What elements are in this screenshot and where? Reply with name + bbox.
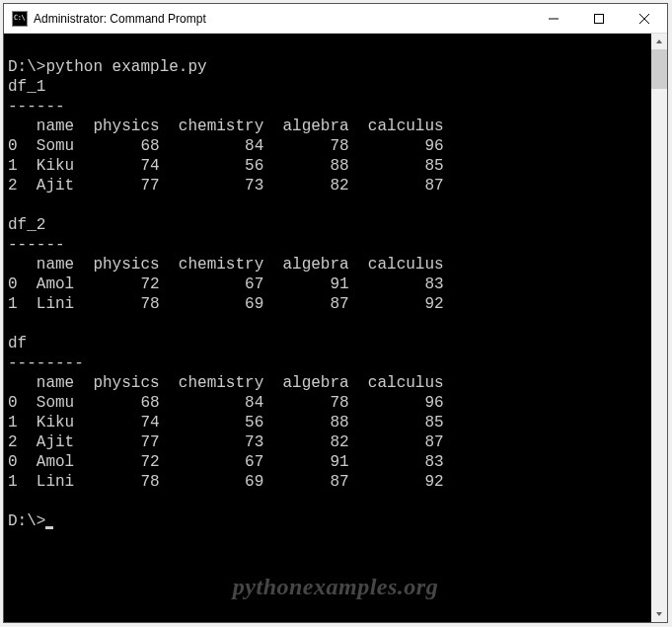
svg-rect-1 <box>595 14 604 23</box>
window-controls <box>531 4 667 33</box>
scroll-down-button[interactable] <box>651 606 667 622</box>
scrollbar-track[interactable] <box>651 49 667 606</box>
cmd-icon <box>12 11 28 27</box>
client-area: D:\>python example.py df_1 ------ name p… <box>4 34 667 622</box>
scrollbar-thumb[interactable] <box>651 49 667 89</box>
scroll-up-button[interactable] <box>651 34 667 49</box>
svg-marker-5 <box>656 612 662 616</box>
cursor <box>45 526 53 529</box>
window-title: Administrator: Command Prompt <box>34 12 531 26</box>
terminal-output[interactable]: D:\>python example.py df_1 ------ name p… <box>4 34 651 622</box>
titlebar[interactable]: Administrator: Command Prompt <box>4 4 667 34</box>
command-prompt-window: Administrator: Command Prompt D:\>python… <box>3 3 668 623</box>
vertical-scrollbar[interactable] <box>651 34 667 622</box>
minimize-button[interactable] <box>531 4 576 33</box>
close-button[interactable] <box>622 4 667 33</box>
svg-marker-4 <box>656 39 662 43</box>
maximize-button[interactable] <box>576 4 622 33</box>
